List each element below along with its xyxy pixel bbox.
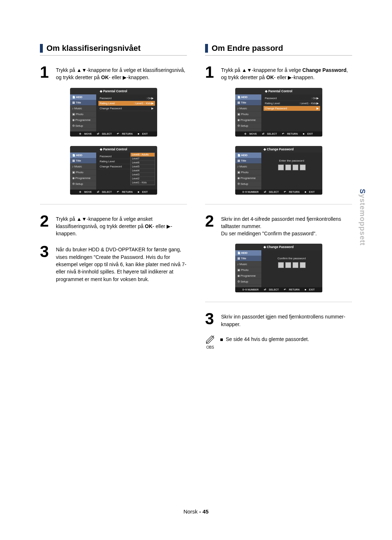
level-option: Level1 - Kids <box>131 181 155 185</box>
osd-row-change: Change Password▶ <box>98 106 155 111</box>
osd-hdd: HDD <box>235 153 261 158</box>
osd-sidebar: HDD Title Music Photo Programme Setup <box>235 250 261 287</box>
osd-confirm-password: Change Password HDD Title Music Photo Pr… <box>235 244 322 292</box>
t: EXIT <box>142 133 148 135</box>
select-icon: ⏎ <box>97 133 99 135</box>
divider <box>205 204 352 204</box>
t: : Level1 - Kids <box>134 102 151 105</box>
t: SELECT <box>269 288 279 291</box>
osd-enter-password: Change Password HDD Title Music Photo Pr… <box>235 146 322 195</box>
osd-item-programme: Programme <box>235 175 261 181</box>
footer-page: - 45 <box>199 508 209 515</box>
pw-digit <box>293 262 298 268</box>
osd-row-password: Password: On ▶ <box>264 96 320 101</box>
osd-title: Change Password <box>235 244 322 250</box>
osd-row-change: Change Password▶ <box>264 106 320 111</box>
step-number: 3 <box>205 311 217 327</box>
osd-item-music: Music <box>235 164 261 170</box>
osd-parental-control-3: Parental Control HDD Title Music Photo P… <box>235 88 322 137</box>
t: Trykk på <box>221 67 242 73</box>
side-tab-accent: S <box>359 189 367 194</box>
password-area: Enter the password <box>264 154 320 170</box>
exit-icon: ■ <box>305 191 306 193</box>
pw-digit <box>293 165 298 170</box>
t: Skriv inn det 4-sifrede passordet med fj… <box>221 216 341 229</box>
divider <box>40 204 187 204</box>
level-option: Level8 - Adults <box>131 153 155 157</box>
osd-footer: 0~9 NUMBER ⏎ SELECT ↶ RETURN ■ EXIT <box>235 190 322 195</box>
confirm-password-label: Confirm the password <box>264 257 320 260</box>
password-boxes <box>264 165 320 170</box>
password-area: Confirm the password <box>264 252 320 268</box>
move-icon: ✢ <box>79 133 81 135</box>
t: Change Password <box>265 107 317 110</box>
osd-item-music: Music <box>235 261 261 267</box>
t: Password <box>265 97 311 100</box>
exit-icon: ■ <box>303 133 304 135</box>
t: Du ser meldingen "Confirm the password". <box>221 231 317 236</box>
osd-title: Parental Control <box>235 88 322 94</box>
step-text: Skriv inn det 4-sifrede passordet med fj… <box>221 213 352 237</box>
right-step-1: 1 Trykk på ▲▼-knappene for å velge Chang… <box>205 64 352 81</box>
osd-body: HDD Title Music Photo Programme Setup Pa… <box>235 94 322 131</box>
t: RETURN <box>287 133 298 135</box>
osd-hdd: HDD <box>235 250 261 256</box>
select-icon: ⏎ <box>264 191 266 193</box>
heading-bar-icon <box>40 44 43 53</box>
t: -knappen. <box>292 74 314 80</box>
move-icon: ✢ <box>244 133 246 135</box>
t: OK <box>266 74 274 80</box>
osd-item-programme: Programme <box>235 273 261 279</box>
t: Change Password <box>302 67 346 73</box>
t: Password <box>100 97 146 100</box>
osd-parental-control-2: Parental Control HDD Title Music Photo P… <box>70 146 157 195</box>
rating-level-dropdown: Level8 - Adults Level7 Level6 Level5 Lev… <box>130 153 155 185</box>
osd-hdd: HDD <box>70 94 96 100</box>
osd-title: Parental Control <box>70 146 157 153</box>
level-option: Level4 <box>131 169 155 173</box>
osd-item-title: Title <box>235 100 261 106</box>
osd-item-music: Music <box>235 106 261 111</box>
step-text: Skriv inn passordet igjen med fjernkontr… <box>221 311 352 328</box>
side-tab: Systemoppsett <box>358 189 367 245</box>
level-option: Level2 <box>131 177 155 181</box>
osd-item-title: Title <box>70 100 96 106</box>
select-icon: ⏎ <box>97 191 99 193</box>
heading-right-text: Om Endre passord <box>212 44 283 53</box>
osd-hdd: HDD <box>70 153 96 158</box>
osd-main: Password Rating Level Change Password Le… <box>96 153 157 190</box>
t: -knappen. <box>127 74 149 80</box>
arrow-right-icon: ▶ <box>151 97 154 100</box>
right-step-2: 2 Skriv inn det 4-sifrede passordet med … <box>205 213 352 237</box>
osd-footer: 0~9 NUMBER ⏎ SELECT ↶ RETURN ■ EXIT <box>235 287 322 292</box>
step-number: 1 <box>40 64 52 80</box>
osd-item-programme: Programme <box>235 117 261 123</box>
osd-item-music: Music <box>70 164 96 170</box>
pw-digit <box>278 262 284 268</box>
osd-title: Parental Control <box>70 88 157 94</box>
pw-digit <box>278 165 284 170</box>
osd-title: Change Password <box>235 146 322 153</box>
note: OBS Se side 44 hvis du glemte passordet. <box>205 334 352 349</box>
left-step-1: 1 Trykk på ▲▼-knappene for å velge et kl… <box>40 64 187 81</box>
osd-item-programme: Programme <box>70 175 96 181</box>
osd-footer: ✢ MOVE ⏎ SELECT ↶ RETURN ■ EXIT <box>235 131 322 137</box>
osd-footer: ✢ MOVE ⏎ SELECT ↶ RETURN ■ EXIT <box>70 131 157 137</box>
select-icon: ⏎ <box>264 288 266 291</box>
pw-digit <box>285 165 291 170</box>
step-text: Når du bruker HDD & DVD-OPPTAKER for før… <box>56 244 187 283</box>
t: RETURN <box>122 191 132 193</box>
exit-icon: ■ <box>138 191 139 193</box>
osd-body: HDD Title Music Photo Programme Setup Pa… <box>70 153 157 190</box>
arrow-right-icon: ▶ <box>317 102 319 105</box>
left-step-3: 3 Når du bruker HDD & DVD-OPPTAKER for f… <box>40 244 187 283</box>
return-icon: ↶ <box>117 133 119 135</box>
arrow-right-icon: ▶ <box>151 102 154 105</box>
step-number: 2 <box>40 213 52 229</box>
osd-item-programme: Programme <box>70 117 96 123</box>
t: SELECT <box>102 133 112 135</box>
t: MOVE <box>84 133 92 135</box>
t: SELECT <box>269 191 279 193</box>
osd-item-title: Title <box>235 158 261 164</box>
osd-row-password: Password: On ▶ <box>98 96 155 101</box>
